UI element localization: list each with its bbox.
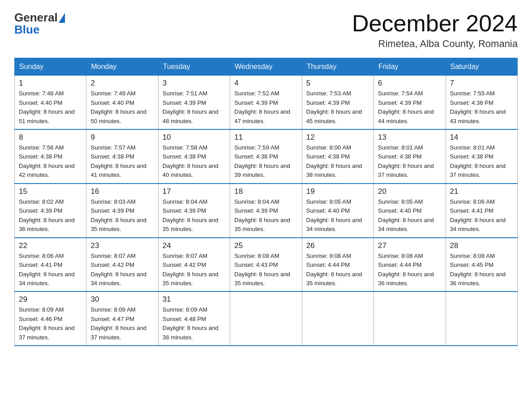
- day-number: 17: [163, 187, 226, 196]
- calendar-cell: [374, 291, 446, 346]
- day-number: 18: [234, 187, 297, 196]
- day-number: 9: [90, 133, 154, 142]
- day-info: Sunrise: 8:02 AMSunset: 4:39 PMDaylight:…: [19, 198, 75, 232]
- header: General Blue December 2024 Rimetea, Alba…: [14, 11, 518, 50]
- day-number: 10: [163, 133, 226, 142]
- calendar-cell: 13 Sunrise: 8:01 AMSunset: 4:38 PMDaylig…: [374, 129, 446, 184]
- calendar-table: SundayMondayTuesdayWednesdayThursdayFrid…: [14, 58, 518, 346]
- day-info: Sunrise: 8:01 AMSunset: 4:38 PMDaylight:…: [450, 144, 506, 178]
- day-info: Sunrise: 7:58 AMSunset: 4:38 PMDaylight:…: [163, 144, 219, 178]
- day-info: Sunrise: 8:07 AMSunset: 4:42 PMDaylight:…: [163, 253, 219, 287]
- logo-blue: Blue: [14, 23, 39, 37]
- calendar-cell: 10 Sunrise: 7:58 AMSunset: 4:38 PMDaylig…: [158, 129, 230, 184]
- logo-triangle-icon: [59, 13, 65, 23]
- day-info: Sunrise: 7:49 AMSunset: 4:40 PMDaylight:…: [90, 90, 146, 124]
- calendar-cell: 26 Sunrise: 8:08 AMSunset: 4:44 PMDaylig…: [302, 238, 373, 292]
- calendar-cell: 2 Sunrise: 7:49 AMSunset: 4:40 PMDayligh…: [86, 76, 158, 129]
- day-number: 14: [450, 133, 513, 142]
- column-header-tuesday: Tuesday: [158, 58, 230, 76]
- day-number: 30: [90, 295, 154, 304]
- calendar-cell: 14 Sunrise: 8:01 AMSunset: 4:38 PMDaylig…: [446, 129, 517, 184]
- logo: General Blue: [14, 11, 65, 37]
- calendar-week-row: 29 Sunrise: 8:09 AMSunset: 4:46 PMDaylig…: [15, 291, 518, 346]
- calendar-cell: 29 Sunrise: 8:09 AMSunset: 4:46 PMDaylig…: [15, 291, 86, 346]
- day-number: 4: [234, 79, 297, 88]
- day-number: 26: [306, 241, 369, 250]
- day-info: Sunrise: 7:53 AMSunset: 4:39 PMDaylight:…: [306, 90, 362, 124]
- day-number: 11: [234, 133, 297, 142]
- calendar-cell: 30 Sunrise: 8:09 AMSunset: 4:47 PMDaylig…: [86, 291, 158, 346]
- calendar-cell: 17 Sunrise: 8:04 AMSunset: 4:39 PMDaylig…: [158, 184, 230, 238]
- day-number: 21: [450, 187, 513, 196]
- day-number: 27: [378, 241, 441, 250]
- day-info: Sunrise: 8:06 AMSunset: 4:41 PMDaylight:…: [450, 198, 506, 232]
- day-number: 29: [19, 295, 82, 304]
- column-header-wednesday: Wednesday: [230, 58, 302, 76]
- column-header-monday: Monday: [86, 58, 158, 76]
- calendar-week-row: 1 Sunrise: 7:48 AMSunset: 4:40 PMDayligh…: [15, 76, 518, 129]
- calendar-cell: 8 Sunrise: 7:56 AMSunset: 4:38 PMDayligh…: [15, 129, 86, 184]
- day-number: 31: [163, 295, 226, 304]
- day-number: 22: [19, 241, 82, 250]
- day-info: Sunrise: 8:05 AMSunset: 4:40 PMDaylight:…: [306, 198, 362, 232]
- day-info: Sunrise: 7:51 AMSunset: 4:39 PMDaylight:…: [163, 90, 219, 124]
- calendar-cell: 20 Sunrise: 8:05 AMSunset: 4:40 PMDaylig…: [374, 184, 446, 238]
- day-info: Sunrise: 7:48 AMSunset: 4:40 PMDaylight:…: [19, 90, 75, 124]
- calendar-cell: 22 Sunrise: 8:06 AMSunset: 4:41 PMDaylig…: [15, 238, 86, 292]
- day-number: 1: [19, 79, 82, 88]
- day-number: 25: [234, 241, 297, 250]
- day-number: 15: [19, 187, 82, 196]
- calendar-header-row: SundayMondayTuesdayWednesdayThursdayFrid…: [15, 58, 518, 76]
- calendar-cell: 24 Sunrise: 8:07 AMSunset: 4:42 PMDaylig…: [158, 238, 230, 292]
- day-number: 6: [378, 79, 441, 88]
- calendar-cell: 28 Sunrise: 8:08 AMSunset: 4:45 PMDaylig…: [446, 238, 517, 292]
- column-header-thursday: Thursday: [302, 58, 373, 76]
- day-info: Sunrise: 7:56 AMSunset: 4:38 PMDaylight:…: [19, 144, 75, 178]
- calendar-cell: 19 Sunrise: 8:05 AMSunset: 4:40 PMDaylig…: [302, 184, 373, 238]
- day-info: Sunrise: 8:09 AMSunset: 4:47 PMDaylight:…: [90, 306, 146, 340]
- calendar-title: December 2024: [352, 11, 518, 36]
- column-header-saturday: Saturday: [446, 58, 517, 76]
- day-info: Sunrise: 8:00 AMSunset: 4:38 PMDaylight:…: [306, 144, 362, 178]
- day-info: Sunrise: 8:09 AMSunset: 4:48 PMDaylight:…: [163, 306, 219, 340]
- calendar-week-row: 15 Sunrise: 8:02 AMSunset: 4:39 PMDaylig…: [15, 184, 518, 238]
- calendar-body: 1 Sunrise: 7:48 AMSunset: 4:40 PMDayligh…: [15, 76, 518, 346]
- calendar-cell: 9 Sunrise: 7:57 AMSunset: 4:38 PMDayligh…: [86, 129, 158, 184]
- day-number: 2: [90, 79, 154, 88]
- column-header-sunday: Sunday: [15, 58, 86, 76]
- day-number: 19: [306, 187, 369, 196]
- day-info: Sunrise: 7:59 AMSunset: 4:38 PMDaylight:…: [234, 144, 290, 178]
- calendar-cell: 1 Sunrise: 7:48 AMSunset: 4:40 PMDayligh…: [15, 76, 86, 129]
- calendar-cell: 18 Sunrise: 8:04 AMSunset: 4:39 PMDaylig…: [230, 184, 302, 238]
- day-number: 8: [19, 133, 82, 142]
- day-number: 24: [163, 241, 226, 250]
- day-info: Sunrise: 8:04 AMSunset: 4:39 PMDaylight:…: [234, 198, 290, 232]
- day-info: Sunrise: 8:06 AMSunset: 4:41 PMDaylight:…: [19, 253, 75, 287]
- calendar-cell: [302, 291, 373, 346]
- day-info: Sunrise: 8:09 AMSunset: 4:46 PMDaylight:…: [19, 306, 75, 340]
- day-info: Sunrise: 8:05 AMSunset: 4:40 PMDaylight:…: [378, 198, 434, 232]
- day-number: 3: [163, 79, 226, 88]
- calendar-cell: 25 Sunrise: 8:08 AMSunset: 4:43 PMDaylig…: [230, 238, 302, 292]
- calendar-cell: 5 Sunrise: 7:53 AMSunset: 4:39 PMDayligh…: [302, 76, 373, 129]
- day-info: Sunrise: 8:01 AMSunset: 4:38 PMDaylight:…: [378, 144, 434, 178]
- calendar-cell: [230, 291, 302, 346]
- calendar-cell: 3 Sunrise: 7:51 AMSunset: 4:39 PMDayligh…: [158, 76, 230, 129]
- day-number: 12: [306, 133, 369, 142]
- day-info: Sunrise: 8:07 AMSunset: 4:42 PMDaylight:…: [90, 253, 146, 287]
- day-info: Sunrise: 8:08 AMSunset: 4:44 PMDaylight:…: [378, 253, 434, 287]
- day-info: Sunrise: 7:52 AMSunset: 4:39 PMDaylight:…: [234, 90, 290, 124]
- day-info: Sunrise: 8:08 AMSunset: 4:44 PMDaylight:…: [306, 253, 362, 287]
- calendar-week-row: 22 Sunrise: 8:06 AMSunset: 4:41 PMDaylig…: [15, 238, 518, 292]
- calendar-cell: 7 Sunrise: 7:55 AMSunset: 4:38 PMDayligh…: [446, 76, 517, 129]
- calendar-cell: 15 Sunrise: 8:02 AMSunset: 4:39 PMDaylig…: [15, 184, 86, 238]
- day-info: Sunrise: 8:03 AMSunset: 4:39 PMDaylight:…: [90, 198, 146, 232]
- calendar-cell: 21 Sunrise: 8:06 AMSunset: 4:41 PMDaylig…: [446, 184, 517, 238]
- column-header-friday: Friday: [374, 58, 446, 76]
- day-info: Sunrise: 7:54 AMSunset: 4:39 PMDaylight:…: [378, 90, 434, 124]
- day-number: 20: [378, 187, 441, 196]
- calendar-cell: 27 Sunrise: 8:08 AMSunset: 4:44 PMDaylig…: [374, 238, 446, 292]
- calendar-cell: 6 Sunrise: 7:54 AMSunset: 4:39 PMDayligh…: [374, 76, 446, 129]
- calendar-cell: 23 Sunrise: 8:07 AMSunset: 4:42 PMDaylig…: [86, 238, 158, 292]
- title-area: December 2024 Rimetea, Alba County, Roma…: [352, 11, 518, 50]
